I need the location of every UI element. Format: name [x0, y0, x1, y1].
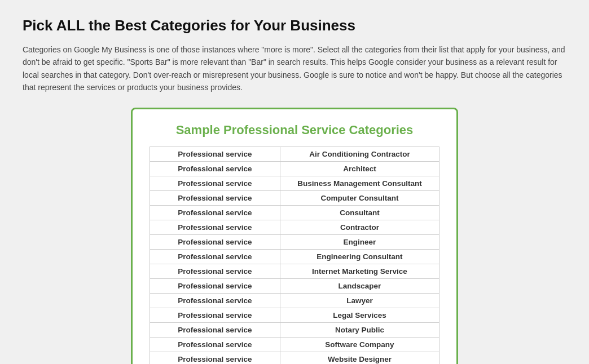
table-row: Professional serviceEngineer [150, 234, 439, 249]
category-col1: Professional service [150, 190, 280, 205]
table-row: Professional serviceLawyer [150, 293, 439, 308]
table-row: Professional serviceArchitect [150, 161, 439, 176]
card-title: Sample Professional Service Categories [150, 123, 439, 137]
category-col2: Legal Services [280, 308, 439, 322]
category-col1: Professional service [150, 234, 280, 249]
category-col1: Professional service [150, 293, 280, 308]
table-row: Professional serviceAir Conditioning Con… [150, 147, 439, 161]
category-col1: Professional service [150, 176, 280, 190]
category-col2: Engineer [280, 234, 439, 249]
category-col2: Landscaper [280, 278, 439, 293]
card-container: Sample Professional Service Categories P… [23, 108, 566, 364]
category-col2: Lawyer [280, 293, 439, 308]
category-col1: Professional service [150, 278, 280, 293]
category-col2: Air Conditioning Contractor [280, 147, 439, 161]
category-col1: Professional service [150, 249, 280, 264]
table-row: Professional serviceLandscaper [150, 278, 439, 293]
category-col2: Business Management Consultant [280, 176, 439, 190]
table-row: Professional serviceSoftware Company [150, 337, 439, 352]
category-col2: Contractor [280, 220, 439, 234]
category-col1: Professional service [150, 264, 280, 278]
table-row: Professional serviceLegal Services [150, 308, 439, 322]
category-col2: Computer Consultant [280, 190, 439, 205]
table-row: Professional serviceEngineering Consulta… [150, 249, 439, 264]
category-col2: Website Designer [280, 352, 439, 364]
table-row: Professional serviceInternet Marketing S… [150, 264, 439, 278]
category-col1: Professional service [150, 220, 280, 234]
category-col2: Internet Marketing Service [280, 264, 439, 278]
table-row: Professional serviceNotary Public [150, 322, 439, 337]
category-col2: Notary Public [280, 322, 439, 337]
table-row: Professional serviceComputer Consultant [150, 190, 439, 205]
category-col2: Architect [280, 161, 439, 176]
category-col1: Professional service [150, 352, 280, 364]
category-col1: Professional service [150, 337, 280, 352]
category-col2: Consultant [280, 205, 439, 220]
table-row: Professional serviceContractor [150, 220, 439, 234]
table-row: Professional serviceConsultant [150, 205, 439, 220]
table-row: Professional serviceBusiness Management … [150, 176, 439, 190]
category-col1: Professional service [150, 205, 280, 220]
table-row: Professional serviceWebsite Designer [150, 352, 439, 364]
category-col1: Professional service [150, 147, 280, 161]
category-col1: Professional service [150, 322, 280, 337]
category-col2: Software Company [280, 337, 439, 352]
category-col1: Professional service [150, 161, 280, 176]
categories-table: Professional serviceAir Conditioning Con… [150, 147, 439, 364]
page-description: Categories on Google My Business is one … [23, 43, 566, 94]
categories-card: Sample Professional Service Categories P… [131, 108, 458, 364]
category-col2: Engineering Consultant [280, 249, 439, 264]
page-title: Pick ALL the Best Categories for Your Bu… [23, 17, 566, 34]
category-col1: Professional service [150, 308, 280, 322]
